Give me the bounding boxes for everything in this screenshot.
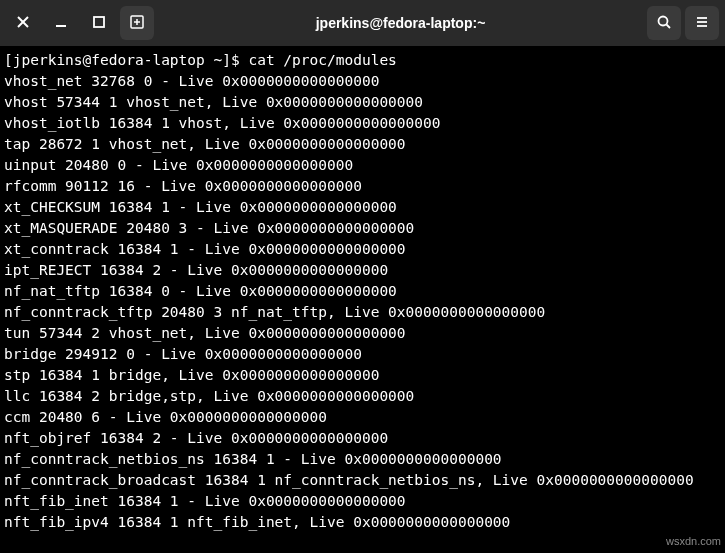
output-line: nf_conntrack_netbios_ns 16384 1 - Live 0… [4, 449, 721, 470]
search-icon [656, 14, 672, 33]
output-line: nf_conntrack_broadcast 16384 1 nf_conntr… [4, 470, 721, 491]
maximize-icon [91, 14, 107, 33]
terminal-viewport[interactable]: [jperkins@fedora-laptop ~]$ cat /proc/mo… [0, 46, 725, 553]
output-line: nft_fib_inet 16384 1 - Live 0x0000000000… [4, 491, 721, 512]
window-title: jperkins@fedora-laptop:~ [158, 15, 643, 31]
output-line: stp 16384 1 bridge, Live 0x0000000000000… [4, 365, 721, 386]
menu-button[interactable] [685, 6, 719, 40]
maximize-button[interactable] [82, 6, 116, 40]
output-line: vhost_net 32768 0 - Live 0x0000000000000… [4, 71, 721, 92]
command-text: cat /proc/modules [248, 52, 396, 68]
output-line: llc 16384 2 bridge,stp, Live 0x000000000… [4, 386, 721, 407]
output-line: ipt_REJECT 16384 2 - Live 0x000000000000… [4, 260, 721, 281]
close-button[interactable] [6, 6, 40, 40]
output-line: nf_conntrack_tftp 20480 3 nf_nat_tftp, L… [4, 302, 721, 323]
svg-point-7 [659, 16, 668, 25]
output-line: vhost 57344 1 vhost_net, Live 0x00000000… [4, 92, 721, 113]
output-line: xt_conntrack 16384 1 - Live 0x0000000000… [4, 239, 721, 260]
prompt: [jperkins@fedora-laptop ~]$ [4, 52, 248, 68]
output-line: nft_fib_ipv4 16384 1 nft_fib_inet, Live … [4, 512, 721, 533]
titlebar-right [647, 6, 719, 40]
output-line: xt_CHECKSUM 16384 1 - Live 0x00000000000… [4, 197, 721, 218]
output-line: bridge 294912 0 - Live 0x000000000000000… [4, 344, 721, 365]
output-line: tun 57344 2 vhost_net, Live 0x0000000000… [4, 323, 721, 344]
svg-rect-3 [94, 17, 104, 27]
output-line: ccm 20480 6 - Live 0x0000000000000000 [4, 407, 721, 428]
new-tab-button[interactable] [120, 6, 154, 40]
hamburger-icon [694, 14, 710, 33]
output-line: nft_objref 16384 2 - Live 0x000000000000… [4, 428, 721, 449]
output-line: tap 28672 1 vhost_net, Live 0x0000000000… [4, 134, 721, 155]
output-line: nf_nat_tftp 16384 0 - Live 0x00000000000… [4, 281, 721, 302]
output-line: xt_MASQUERADE 20480 3 - Live 0x000000000… [4, 218, 721, 239]
new-tab-icon [129, 14, 145, 33]
output-line: uinput 20480 0 - Live 0x0000000000000000 [4, 155, 721, 176]
minimize-button[interactable] [44, 6, 78, 40]
close-icon [15, 14, 31, 33]
watermark: wsxdn.com [666, 535, 721, 547]
svg-line-8 [667, 24, 671, 28]
titlebar: jperkins@fedora-laptop:~ [0, 0, 725, 46]
minimize-icon [53, 14, 69, 33]
search-button[interactable] [647, 6, 681, 40]
output-line: rfcomm 90112 16 - Live 0x000000000000000… [4, 176, 721, 197]
terminal-output: vhost_net 32768 0 - Live 0x0000000000000… [4, 71, 721, 533]
output-line: vhost_iotlb 16384 1 vhost, Live 0x000000… [4, 113, 721, 134]
